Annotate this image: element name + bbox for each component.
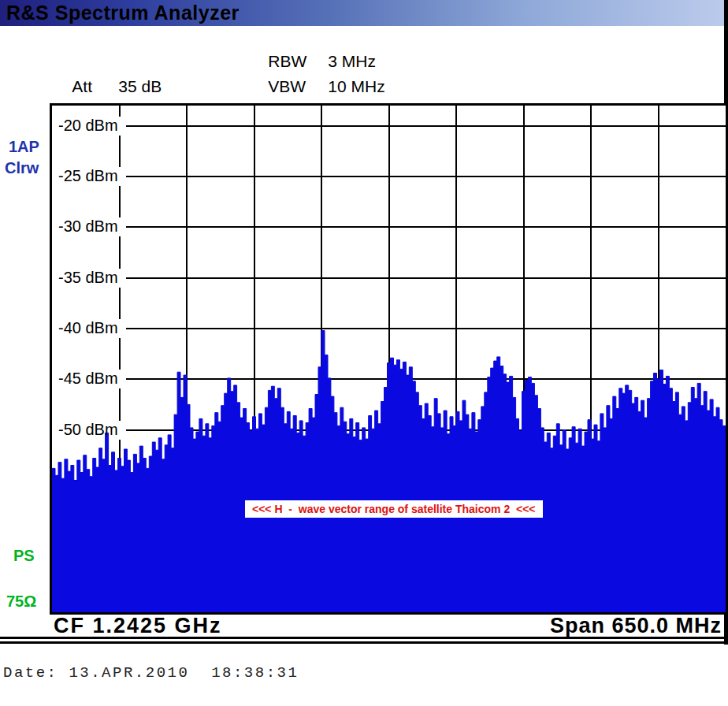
y-axis-label: -45 dBm — [58, 370, 118, 388]
trace-mode-label: Clrw — [5, 159, 39, 177]
center-frequency-readout: CF 1.2425 GHz — [54, 614, 222, 638]
window-title-bar: R&S Spectrum Analyzer — [0, 0, 728, 26]
y-axis-label: -40 dBm — [58, 319, 118, 337]
spectrum-trace-svg — [52, 106, 726, 612]
span-readout: Span 650.0 MHz — [550, 614, 722, 638]
window-title: R&S Spectrum Analyzer — [6, 2, 240, 24]
y-axis-label: -50 dBm — [58, 421, 118, 439]
y-axis-label: -20 dBm — [58, 117, 118, 135]
trace-detector-label: 1AP — [9, 138, 39, 156]
separator-line-lower — [0, 641, 728, 644]
spectrum-analyzer-screen: R&S Spectrum Analyzer RBW3 MHz Att35 dB … — [0, 0, 728, 706]
preselector-label: PS — [13, 547, 35, 565]
separator-line-upper — [0, 637, 728, 639]
impedance-label: 75Ω — [6, 593, 36, 611]
spectrum-plot-area: <<< H - wave vector range of satellite T… — [50, 103, 728, 615]
y-axis-label: -25 dBm — [58, 167, 118, 185]
y-axis-label: -30 dBm — [58, 217, 118, 236]
satellite-range-annotation: <<< H - wave vector range of satellite T… — [245, 500, 543, 518]
y-axis-label: -35 dBm — [58, 269, 118, 287]
date-stamp: Date: 13.APR.2010 18:38:31 — [3, 664, 299, 682]
spectrum-trace — [52, 331, 726, 613]
